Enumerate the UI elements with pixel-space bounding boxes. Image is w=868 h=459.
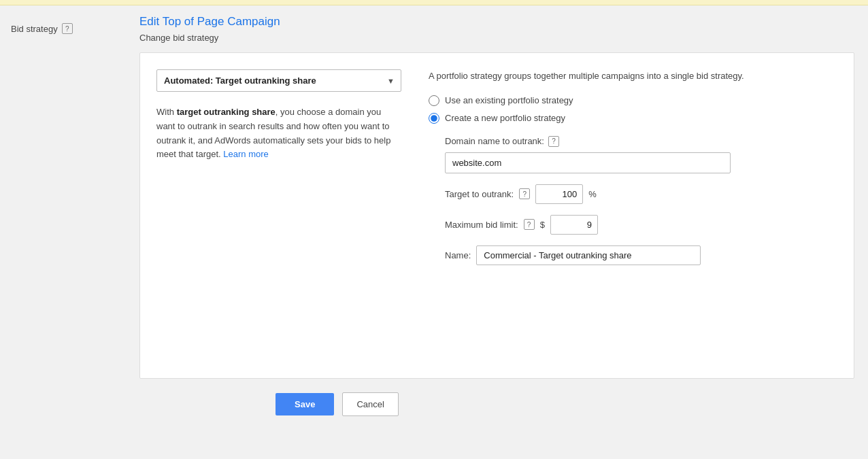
name-input[interactable] <box>476 245 701 265</box>
form-section: Domain name to outrank: ? Target to outr… <box>429 136 837 265</box>
left-panel: Automated: Target outranking share Manua… <box>156 69 401 362</box>
footer-actions: Save Cancel <box>139 379 854 416</box>
top-bar <box>0 0 868 5</box>
target-outrank-row: Target to outrank: ? % <box>445 184 837 204</box>
strategy-card: Automated: Target outranking share Manua… <box>139 52 854 379</box>
currency-prefix: $ <box>540 220 545 230</box>
bid-strategy-text: Bid strategy <box>11 24 58 34</box>
max-bid-help-icon[interactable]: ? <box>524 219 535 230</box>
max-bid-label: Maximum bid limit: <box>445 220 518 230</box>
page-title: Edit Top of Page Campaign <box>139 15 854 29</box>
target-help-icon[interactable]: ? <box>519 188 530 199</box>
bid-strategy-label: Bid strategy ? <box>11 15 115 34</box>
domain-input[interactable] <box>445 152 731 173</box>
max-bid-input[interactable] <box>550 215 598 235</box>
max-bid-row: Maximum bid limit: ? $ <box>445 215 837 235</box>
target-label: Target to outrank: <box>445 189 514 199</box>
radio-existing[interactable] <box>429 95 439 106</box>
right-panel: A portfolio strategy groups together mul… <box>429 69 837 362</box>
domain-label: Domain name to outrank: <box>445 136 544 146</box>
main-content: Edit Top of Page Campaign Change bid str… <box>126 5 868 430</box>
save-button[interactable]: Save <box>276 393 334 415</box>
cancel-button[interactable]: Cancel <box>342 392 398 416</box>
bid-strategy-help-icon[interactable]: ? <box>62 23 73 34</box>
portfolio-description: A portfolio strategy groups together mul… <box>429 69 837 83</box>
strategy-select[interactable]: Automated: Target outranking share Manua… <box>156 69 401 92</box>
radio-new-label: Create a new portfolio strategy <box>445 113 565 123</box>
page-subtitle: Change bid strategy <box>139 33 854 43</box>
radio-new-option[interactable]: Create a new portfolio strategy <box>429 113 837 124</box>
strategy-description: With target outranking share, you choose… <box>156 105 401 162</box>
left-sidebar: Bid strategy ? <box>0 5 126 430</box>
name-row: Name: <box>445 245 837 265</box>
radio-new[interactable] <box>429 113 439 124</box>
strategy-select-wrapper: Automated: Target outranking share Manua… <box>156 69 401 92</box>
radio-existing-option[interactable]: Use an existing portfolio strategy <box>429 95 837 106</box>
radio-group: Use an existing portfolio strategy Creat… <box>429 95 837 124</box>
domain-help-icon[interactable]: ? <box>548 136 559 147</box>
radio-existing-label: Use an existing portfolio strategy <box>445 95 573 105</box>
learn-more-link[interactable]: Learn more <box>223 149 268 159</box>
domain-label-row: Domain name to outrank: ? <box>445 136 837 147</box>
target-input[interactable] <box>535 184 583 204</box>
name-label: Name: <box>445 250 471 260</box>
bold-text: target outranking share <box>177 107 276 117</box>
percent-label: % <box>588 189 597 199</box>
